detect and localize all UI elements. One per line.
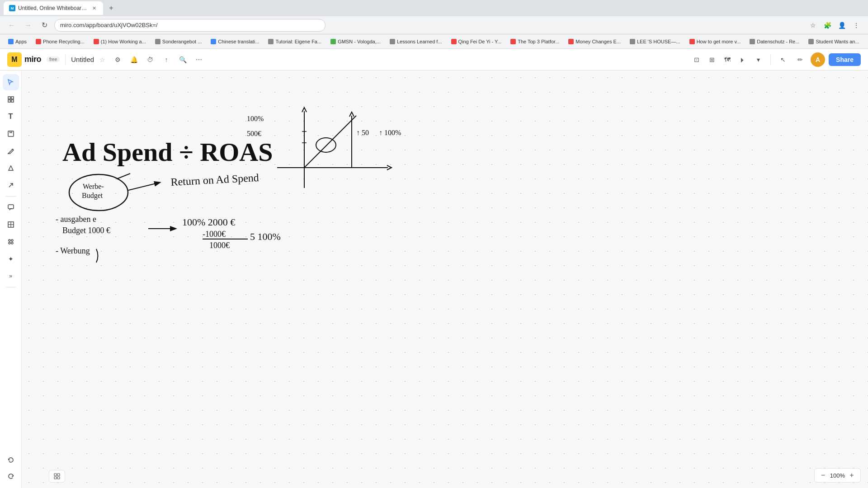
svg-rect-14 bbox=[54, 474, 57, 476]
tool-text[interactable]: T bbox=[3, 108, 19, 125]
settings-icon[interactable]: ⚙ bbox=[111, 53, 124, 66]
svg-rect-15 bbox=[57, 474, 60, 476]
pages-button[interactable] bbox=[49, 470, 65, 483]
account-icon[interactable]: 👤 bbox=[835, 19, 848, 32]
bookmark-apps-label: Apps bbox=[15, 39, 27, 44]
zoom-in-button[interactable]: + bbox=[847, 470, 857, 480]
map-icon[interactable]: 🗺 bbox=[721, 53, 734, 66]
topbar-right: ⊡ ⊞ 🗺 ⏵ ▾ ↖ ✏ A Share bbox=[690, 52, 861, 67]
bookmark-tutorial-label: Tutorial: Eigene Fa... bbox=[275, 39, 321, 44]
zoom-controls: − 100% + bbox=[814, 468, 861, 483]
pen-live-icon[interactable]: ✏ bbox=[793, 53, 807, 66]
tool-apps[interactable] bbox=[3, 234, 19, 250]
sidebar-divider-2 bbox=[5, 287, 16, 287]
reload-button[interactable]: ↻ bbox=[38, 19, 51, 32]
zoom-out-button[interactable]: − bbox=[818, 470, 828, 480]
tool-frames[interactable] bbox=[3, 91, 19, 108]
bookmark-daten[interactable]: Datenschutz - Re... bbox=[747, 38, 802, 45]
tool-grid[interactable] bbox=[3, 216, 19, 233]
bookmark-sonder-icon bbox=[155, 39, 160, 44]
bookmarks-bar: Apps Phone Recycling... (1) How Working … bbox=[0, 34, 868, 49]
pages-icon bbox=[54, 473, 60, 479]
title-star-icon[interactable]: ☆ bbox=[99, 56, 105, 63]
grid-icon[interactable]: ⊞ bbox=[705, 53, 719, 66]
svg-rect-3 bbox=[11, 100, 14, 102]
bookmark-chinese-label: Chinese translati... bbox=[218, 39, 259, 44]
back-button[interactable]: ← bbox=[5, 19, 18, 32]
bookmark-sonder[interactable]: Sonderangebot ... bbox=[152, 38, 204, 45]
bookmark-lessons-icon bbox=[390, 39, 395, 44]
miro-logo: M miro bbox=[7, 52, 41, 67]
tool-pen[interactable] bbox=[3, 143, 19, 159]
svg-point-9 bbox=[9, 239, 10, 241]
bookmark-money-label: Money Changes E... bbox=[576, 39, 621, 44]
divider-2 bbox=[770, 54, 771, 65]
left-sidebar: T ✦ bbox=[0, 70, 22, 488]
svg-rect-4 bbox=[8, 131, 14, 136]
tab-title: Untitled, Online Whiteboard f... bbox=[18, 5, 88, 11]
bell-icon[interactable]: 🔔 bbox=[127, 53, 141, 66]
bookmark-lessons[interactable]: Lessons Learned f... bbox=[387, 38, 445, 45]
tool-shapes[interactable] bbox=[3, 160, 19, 176]
bookmark-phone[interactable]: Phone Recycling... bbox=[33, 38, 87, 45]
tool-undo[interactable] bbox=[3, 452, 19, 468]
active-tab[interactable]: M Untitled, Online Whiteboard f... ✕ bbox=[4, 1, 103, 15]
tab-close-button[interactable]: ✕ bbox=[90, 5, 98, 12]
bookmark-top3-icon bbox=[510, 39, 516, 44]
present-icon[interactable]: ⏵ bbox=[736, 53, 750, 66]
bookmark-qing-icon bbox=[451, 39, 457, 44]
tool-comment[interactable] bbox=[3, 199, 19, 216]
new-tab-button[interactable]: + bbox=[105, 2, 118, 14]
address-bar[interactable]: miro.com/app/board/uXjVOw02BSk=/ bbox=[54, 19, 326, 32]
miro-logo-text: miro bbox=[24, 55, 41, 64]
tool-arrow[interactable] bbox=[3, 177, 19, 193]
bookmark-howto[interactable]: How to get more v... bbox=[687, 38, 744, 45]
bookmark-how-label: (1) How Working a... bbox=[101, 39, 146, 44]
user-avatar[interactable]: A bbox=[811, 52, 825, 67]
bookmark-howadd[interactable]: (2) How To Add A... bbox=[866, 38, 868, 45]
forward-button[interactable]: → bbox=[22, 19, 34, 32]
miro-content: T ✦ bbox=[0, 70, 868, 488]
bookmark-lee[interactable]: LEE 'S HOUSE—... bbox=[627, 38, 683, 45]
bookmark-chinese-icon bbox=[211, 39, 216, 44]
export-icon[interactable]: ↑ bbox=[160, 53, 173, 66]
extension-icon[interactable]: 🧩 bbox=[821, 19, 834, 32]
bookmark-money[interactable]: Money Changes E... bbox=[566, 38, 623, 45]
bookmark-apps-icon bbox=[8, 39, 14, 44]
svg-rect-5 bbox=[8, 205, 14, 209]
share-button[interactable]: Share bbox=[829, 53, 861, 66]
bookmark-star-icon[interactable]: ☆ bbox=[807, 19, 819, 32]
bookmark-howto-icon bbox=[689, 39, 695, 44]
bookmark-top3-label: The Top 3 Platfor... bbox=[518, 39, 559, 44]
svg-point-10 bbox=[11, 239, 13, 241]
more-options-icon[interactable]: ⋯ bbox=[192, 53, 206, 66]
bookmark-tutorial[interactable]: Tutorial: Eigene Fa... bbox=[265, 38, 324, 45]
miro-topbar: M miro free Untitled ☆ ⚙ 🔔 ⏱ ↑ 🔍 ⋯ ⊡ ⊞ 🗺… bbox=[0, 49, 868, 70]
tool-sticky[interactable] bbox=[3, 126, 19, 142]
board-title[interactable]: Untitled bbox=[71, 56, 94, 63]
tool-more[interactable]: » bbox=[3, 268, 19, 284]
bookmark-how[interactable]: (1) How Working a... bbox=[91, 38, 149, 45]
bookmark-qing[interactable]: Qing Fei De Yi - Y... bbox=[448, 38, 505, 45]
canvas[interactable]: Ad Spend ÷ ROAS Return on Ad Spend Werbe… bbox=[22, 70, 868, 488]
fit-view-icon[interactable]: ⊡ bbox=[690, 53, 703, 66]
bookmark-student[interactable]: Student Wants an... bbox=[806, 38, 862, 45]
chevron-down-icon[interactable]: ▾ bbox=[751, 53, 765, 66]
svg-point-12 bbox=[11, 242, 13, 244]
search-icon[interactable]: 🔍 bbox=[176, 53, 189, 66]
svg-point-11 bbox=[9, 242, 10, 244]
miro-logo-icon: M bbox=[7, 52, 22, 67]
timer-icon[interactable]: ⏱ bbox=[143, 53, 157, 66]
bookmark-lessons-label: Lessons Learned f... bbox=[397, 39, 442, 44]
bookmark-apps[interactable]: Apps bbox=[5, 38, 29, 45]
menu-icon[interactable]: ⋮ bbox=[850, 19, 863, 32]
tool-smart[interactable]: ✦ bbox=[3, 251, 19, 267]
cursor-share-icon[interactable]: ↖ bbox=[776, 53, 790, 66]
tool-redo[interactable] bbox=[3, 468, 19, 484]
svg-rect-17 bbox=[57, 477, 60, 479]
bookmark-top3[interactable]: The Top 3 Platfor... bbox=[508, 38, 562, 45]
bookmark-gmsn[interactable]: GMSN - Vologda,... bbox=[328, 38, 383, 45]
bookmark-gmsn-icon bbox=[330, 39, 336, 44]
tool-select[interactable] bbox=[3, 74, 19, 90]
bookmark-chinese[interactable]: Chinese translati... bbox=[208, 38, 262, 45]
